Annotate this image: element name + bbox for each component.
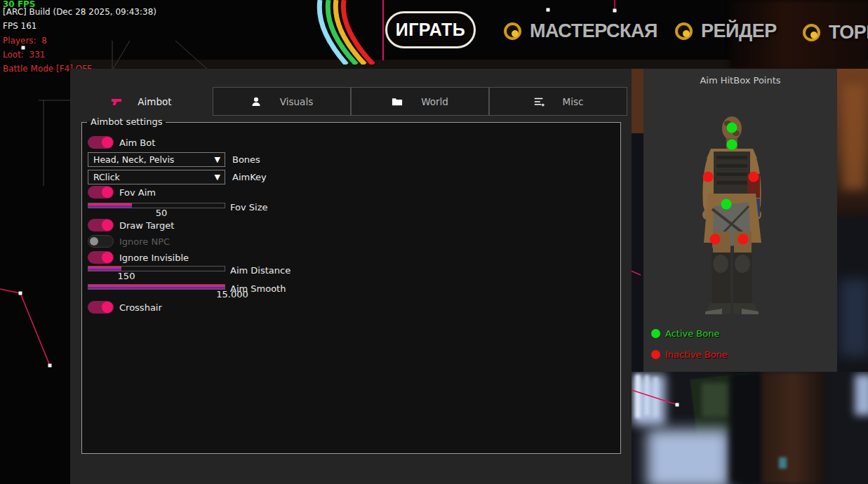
fov-size-fill — [88, 203, 132, 208]
cheat-menu-panel: Aimbot Visuals World Misc Aimbot setting… — [70, 69, 632, 484]
aim-bot-label: Aim Bot — [119, 137, 155, 148]
bone-dot-head — [727, 123, 737, 133]
hud-players-count: Players: 8 — [3, 36, 47, 46]
menu-item-label: ТОРГО — [829, 22, 868, 43]
bone-dot-pelvis — [721, 199, 732, 210]
crosshair-toggle[interactable] — [88, 301, 114, 314]
chevron-down-icon: ▼ — [215, 153, 220, 166]
tab-label: World — [421, 96, 448, 107]
bg-rust-vertical — [761, 372, 826, 484]
tracer-vertical-line — [382, 0, 384, 60]
fov-aim-label: Fov Aim — [119, 187, 156, 198]
bg-window-bar — [645, 375, 649, 415]
bg-sign-mark — [702, 383, 730, 417]
tab-label: Aimbot — [138, 96, 171, 107]
bone-dot-neck — [727, 140, 737, 150]
bone-dot-left-knee — [710, 234, 721, 245]
menu-item-label: МАСТЕРСКАЯ — [530, 20, 657, 42]
bone-dot-right-arm — [749, 172, 759, 182]
tab-visuals[interactable]: Visuals — [213, 87, 351, 116]
bg-rust-gap — [632, 69, 643, 133]
menu-item-workshop[interactable]: МАСТЕРСКАЯ — [504, 20, 657, 42]
bg-rust-highlight — [843, 84, 865, 189]
legend-active-bone: Active Bone — [651, 328, 719, 339]
ignore-npc-toggle[interactable] — [88, 235, 114, 248]
hud-build-info: [ARC] Build (Dec 28 2025, 09:43:38) — [3, 7, 156, 17]
aimkey-dropdown[interactable]: RClick ▼ — [88, 170, 225, 184]
fov-size-value: 50 — [156, 208, 168, 218]
ignore-invisible-label: Ignore Invisible — [119, 253, 189, 263]
hitbox-dots-layer — [643, 69, 837, 372]
draw-target-toggle[interactable] — [88, 219, 114, 231]
active-bone-dot — [651, 329, 660, 338]
hud-fps: FPS 161 — [3, 21, 36, 31]
aim-distance-fill — [88, 267, 121, 271]
bg-blue-hint — [840, 279, 868, 356]
tab-world[interactable]: World — [351, 87, 489, 116]
coin-icon — [803, 24, 820, 41]
sliders-plus-icon — [533, 96, 545, 107]
person-icon — [251, 96, 262, 107]
aimkey-value: RClick — [93, 172, 120, 182]
play-button[interactable]: ИГРАТЬ — [385, 11, 476, 48]
rainbow-trail — [300, 0, 379, 65]
aim-distance-label: Aim Distance — [230, 265, 291, 276]
bones-dropdown[interactable]: Head, Neck, Pelvis ▼ — [88, 152, 225, 167]
bg-gap-strip — [632, 69, 643, 372]
tab-label: Misc — [563, 96, 584, 107]
legend-inactive-bone: Inactive Bone — [651, 349, 728, 360]
bone-dot-right-knee — [738, 234, 749, 245]
aim-distance-slider[interactable] — [88, 266, 225, 271]
bones-label: Bones — [232, 154, 260, 165]
chevron-down-icon: ▼ — [215, 170, 220, 184]
fov-aim-toggle[interactable] — [88, 186, 114, 199]
fov-size-label: Fov Size — [230, 202, 267, 213]
bg-bottom-scene — [632, 372, 868, 484]
ignore-npc-label: Ignore NPC — [119, 236, 170, 247]
bg-teal-dot — [779, 457, 787, 469]
bg-right-column — [837, 69, 868, 372]
crosshair-label: Crosshair — [119, 302, 162, 313]
aimbot-settings-group: Aimbot settings Aim Bot Head, Neck, Pelv… — [81, 122, 621, 454]
coin-icon — [675, 22, 693, 40]
tab-misc[interactable]: Misc — [489, 87, 627, 116]
menu-item-raider[interactable]: РЕЙДЕР — [675, 20, 777, 42]
group-title: Aimbot settings — [87, 116, 166, 127]
tab-aimbot[interactable]: Aimbot — [70, 87, 213, 116]
aim-bot-toggle[interactable] — [88, 136, 114, 149]
pistol-icon — [111, 96, 122, 107]
menu-item-label: РЕЙДЕР — [701, 20, 777, 42]
bones-value: Head, Neck, Pelvis — [93, 154, 174, 165]
legend-label: Active Bone — [665, 328, 719, 339]
bg-window-bar — [635, 375, 641, 418]
tab-label: Visuals — [280, 96, 313, 107]
ignore-invisible-toggle[interactable] — [88, 251, 114, 264]
hud-loot-count: Loot: 331 — [3, 50, 45, 60]
menu-item-trade[interactable]: ТОРГО — [803, 22, 868, 43]
hud-overlay: 30 FPS [ARC] Build (Dec 28 2025, 09:43:3… — [3, 0, 13, 79]
draw-target-label: Draw Target — [119, 220, 174, 231]
aimkey-label: AimKey — [232, 172, 267, 182]
folder-icon — [392, 96, 403, 107]
hitbox-panel: Aim HitBox Points — [643, 69, 837, 372]
aim-smooth-slider[interactable] — [88, 284, 225, 290]
inactive-bone-dot — [651, 350, 660, 359]
game-screen: 30 FPS [ARC] Build (Dec 28 2025, 09:43:3… — [0, 0, 868, 484]
bg-window-bar — [653, 377, 658, 417]
bone-dot-left-arm — [703, 172, 714, 182]
bg-light-edge — [855, 375, 868, 415]
aim-smooth-fill — [88, 285, 225, 289]
coin-icon — [504, 22, 521, 40]
aim-smooth-value: 15.000 — [216, 289, 248, 300]
aim-distance-value: 150 — [118, 271, 135, 281]
bg-snow-blob — [647, 429, 730, 484]
legend-label: Inactive Bone — [665, 349, 728, 360]
